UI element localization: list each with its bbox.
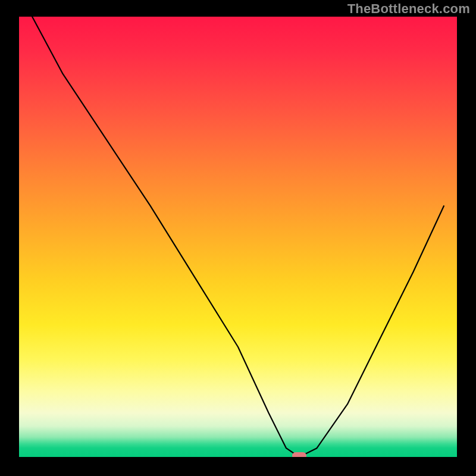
optimal-marker — [292, 452, 306, 457]
watermark-label: TheBottleneck.com — [347, 1, 470, 17]
plot-svg — [19, 17, 457, 457]
bottleneck-curve — [32, 17, 444, 457]
plot-area — [19, 17, 457, 457]
chart-frame: TheBottleneck.com — [0, 0, 476, 476]
